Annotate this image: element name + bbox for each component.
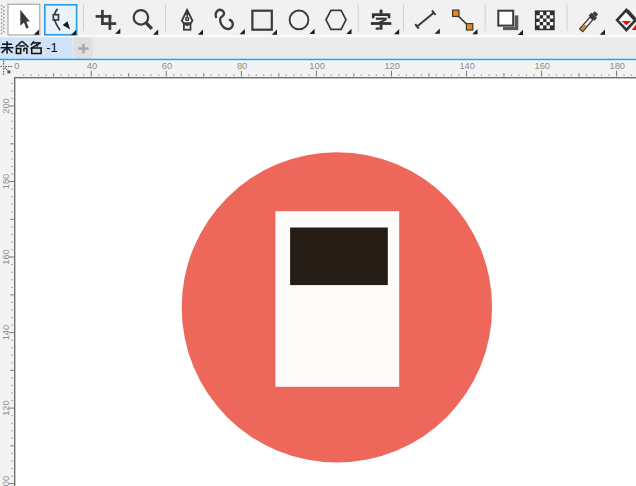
svg-text:180: 180 <box>1 174 11 190</box>
svg-text:160: 160 <box>535 61 551 71</box>
svg-text:100: 100 <box>1 476 11 486</box>
svg-text:0: 0 <box>14 61 19 71</box>
svg-text:140: 140 <box>459 61 475 71</box>
svg-text:80: 80 <box>237 61 247 71</box>
svg-text:100: 100 <box>309 61 325 71</box>
svg-text:140: 140 <box>1 325 11 341</box>
svg-text:120: 120 <box>384 61 400 71</box>
svg-text:40: 40 <box>87 61 97 71</box>
svg-text:160: 160 <box>1 249 11 265</box>
svg-text:-1: -1 <box>46 40 58 55</box>
svg-text:60: 60 <box>162 61 172 71</box>
svg-text:120: 120 <box>1 400 11 416</box>
svg-text:180: 180 <box>610 61 626 71</box>
svg-text:200: 200 <box>1 98 11 114</box>
